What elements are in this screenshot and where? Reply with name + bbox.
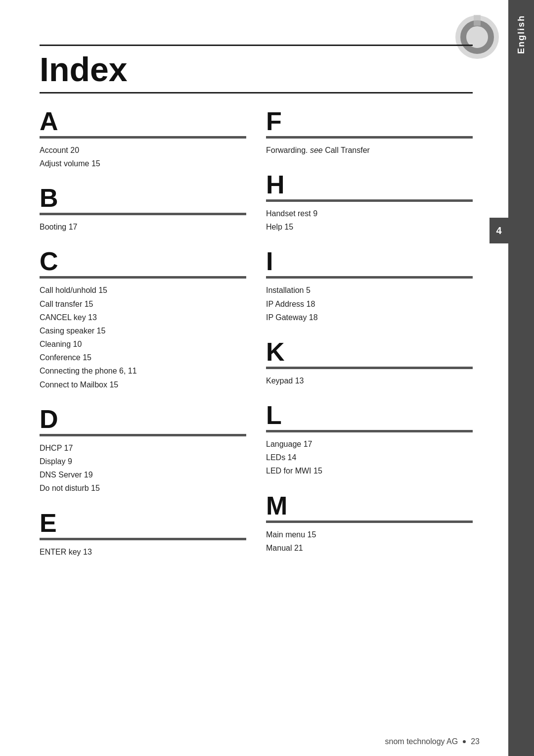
section-letter-k: K bbox=[266, 339, 473, 365]
entries-d: DHCP 17 Display 9 DNS Server 19 Do not d… bbox=[40, 441, 246, 495]
entries-l: Language 17 LEDs 14 LED for MWI 15 bbox=[266, 437, 473, 478]
list-item: Call transfer 15 bbox=[40, 297, 246, 311]
page-title: Index bbox=[40, 51, 473, 88]
section-line-f bbox=[266, 136, 473, 139]
section-line-m bbox=[266, 520, 473, 523]
list-item: Installation 5 bbox=[266, 284, 473, 297]
main-content: Index A Account 20 Adjust volume 15 B Bo… bbox=[30, 0, 483, 756]
section-letter-c: C bbox=[40, 248, 246, 274]
right-column: F Forwarding. see Call Transfer H Handse… bbox=[266, 108, 473, 573]
list-item: CANCEL key 13 bbox=[40, 311, 246, 324]
section-line-k bbox=[266, 367, 473, 369]
section-c: C Call hold/unhold 15 Call transfer 15 C… bbox=[40, 248, 246, 391]
list-item: Display 9 bbox=[40, 455, 246, 468]
entries-a: Account 20 Adjust volume 15 bbox=[40, 143, 246, 170]
section-letter-h: H bbox=[266, 172, 473, 197]
section-h: H Handset rest 9 Help 15 bbox=[266, 172, 473, 234]
section-letter-b: B bbox=[40, 185, 246, 211]
list-item: ENTER key 13 bbox=[40, 545, 246, 559]
list-item: Connect to Mailbox 15 bbox=[40, 378, 246, 391]
bottom-divider bbox=[40, 92, 473, 94]
section-letter-e: E bbox=[40, 510, 246, 536]
section-i: I Installation 5 IP Address 18 IP Gatewa… bbox=[266, 248, 473, 324]
entries-c: Call hold/unhold 15 Call transfer 15 CAN… bbox=[40, 284, 246, 391]
list-item: IP Address 18 bbox=[266, 297, 473, 311]
section-letter-l: L bbox=[266, 402, 473, 428]
section-d: D DHCP 17 Display 9 DNS Server 19 Do not… bbox=[40, 406, 246, 495]
section-letter-a: A bbox=[40, 108, 246, 134]
chapter-number: 4 bbox=[496, 225, 501, 236]
list-item: DNS Server 19 bbox=[40, 468, 246, 481]
list-item: Booting 17 bbox=[40, 220, 246, 234]
section-k: K Keypad 13 bbox=[266, 339, 473, 387]
section-letter-f: F bbox=[266, 108, 473, 134]
list-item: Handset rest 9 bbox=[266, 207, 473, 220]
section-line-l bbox=[266, 430, 473, 432]
list-item: Call hold/unhold 15 bbox=[40, 284, 246, 297]
index-columns: A Account 20 Adjust volume 15 B Booting … bbox=[40, 108, 473, 573]
list-item: LEDs 14 bbox=[266, 451, 473, 464]
footer-separator bbox=[463, 740, 466, 743]
section-letter-d: D bbox=[40, 406, 246, 432]
entries-m: Main menu 15 Manual 21 bbox=[266, 528, 473, 555]
list-item: Cleaning 10 bbox=[40, 337, 246, 351]
footer-company: snom technology AG bbox=[385, 737, 458, 746]
section-line-e bbox=[40, 538, 246, 540]
list-item: Forwarding. see Call Transfer bbox=[266, 143, 473, 157]
section-m: M Main menu 15 Manual 21 bbox=[266, 493, 473, 555]
list-item: Account 20 bbox=[40, 143, 246, 157]
left-column: A Account 20 Adjust volume 15 B Booting … bbox=[40, 108, 246, 573]
section-l: L Language 17 LEDs 14 LED for MWI 15 bbox=[266, 402, 473, 478]
list-item: Casing speaker 15 bbox=[40, 324, 246, 337]
list-item: Conference 15 bbox=[40, 351, 246, 364]
section-line-b bbox=[40, 213, 246, 215]
list-item: Do not disturb 15 bbox=[40, 481, 246, 495]
section-a: A Account 20 Adjust volume 15 bbox=[40, 108, 246, 170]
top-divider bbox=[40, 45, 473, 46]
list-item: Language 17 bbox=[266, 437, 473, 451]
section-line-i bbox=[266, 276, 473, 279]
entries-h: Handset rest 9 Help 15 bbox=[266, 207, 473, 234]
entries-i: Installation 5 IP Address 18 IP Gateway … bbox=[266, 284, 473, 324]
footer-page-number: 23 bbox=[471, 737, 480, 746]
section-b: B Booting 17 bbox=[40, 185, 246, 234]
entries-k: Keypad 13 bbox=[266, 374, 473, 387]
chapter-number-tab: 4 bbox=[490, 218, 508, 243]
section-line-h bbox=[266, 199, 473, 202]
section-line-c bbox=[40, 276, 246, 279]
entries-b: Booting 17 bbox=[40, 220, 246, 234]
list-item: Manual 21 bbox=[266, 541, 473, 555]
list-item: Main menu 15 bbox=[266, 528, 473, 541]
list-item: Connecting the phone 6, 11 bbox=[40, 364, 246, 378]
footer: snom technology AG 23 bbox=[385, 737, 480, 746]
sidebar: English bbox=[508, 0, 534, 756]
list-item: LED for MWI 15 bbox=[266, 464, 473, 477]
list-item: Help 15 bbox=[266, 220, 473, 234]
section-f: F Forwarding. see Call Transfer bbox=[266, 108, 473, 157]
list-item: DHCP 17 bbox=[40, 441, 246, 455]
list-item: Adjust volume 15 bbox=[40, 157, 246, 170]
section-letter-m: M bbox=[266, 493, 473, 519]
language-label: English bbox=[516, 15, 527, 54]
section-line-d bbox=[40, 434, 246, 436]
entries-e: ENTER key 13 bbox=[40, 545, 246, 559]
list-item: Keypad 13 bbox=[266, 374, 473, 387]
entries-f: Forwarding. see Call Transfer bbox=[266, 143, 473, 157]
section-letter-i: I bbox=[266, 248, 473, 274]
section-line-a bbox=[40, 136, 246, 139]
section-e: E ENTER key 13 bbox=[40, 510, 246, 559]
list-item: IP Gateway 18 bbox=[266, 311, 473, 324]
